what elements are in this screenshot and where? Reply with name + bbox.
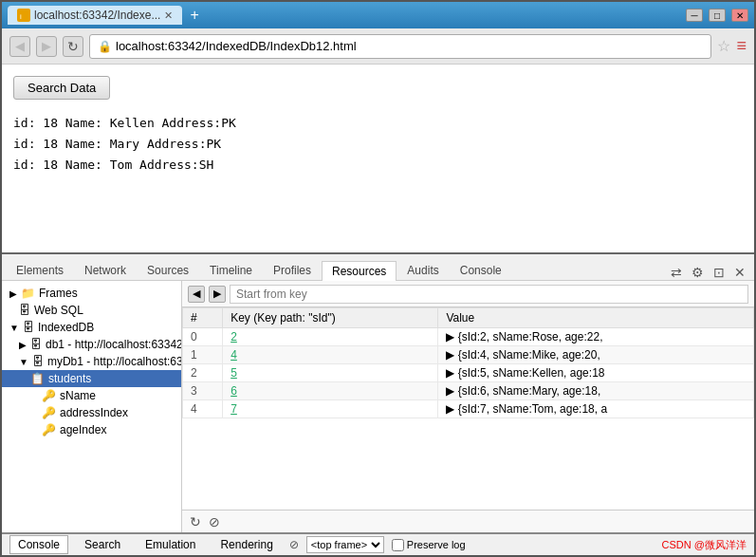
page-content: Search Data id: 18 Name: Kellen Address:… — [2, 65, 754, 532]
status-tab-console[interactable]: Console — [9, 535, 68, 554]
idb-refresh-btn[interactable]: ↻ — [190, 514, 201, 529]
cell-key[interactable]: 6 — [223, 382, 438, 400]
maximize-btn[interactable]: □ — [709, 9, 726, 22]
cell-num: 1 — [183, 346, 223, 364]
cell-value: ▶ {sId:5, sName:Kellen, age:18 — [438, 364, 754, 382]
undock-icon[interactable]: ⊡ — [710, 265, 728, 280]
devtools-body: ▶ 📁 Frames 🗄 Web SQL ▼ 🗄 IndexedDB — [2, 281, 754, 532]
cell-key[interactable]: 7 — [223, 400, 438, 418]
close-btn[interactable]: ✕ — [731, 9, 748, 22]
bookmark-btn[interactable]: ☆ — [717, 37, 730, 55]
output-line-1: id: 18 Name: Kellen Address:PK — [13, 113, 743, 134]
title-bar: i localhost:63342/Indexe... ✕ + ─ □ ✕ — [2, 2, 754, 28]
lock-icon: 🔒 — [98, 40, 112, 53]
back-btn[interactable]: ◀ — [9, 36, 30, 57]
devtools-panel: Elements Network Sources Timeline Profil… — [2, 252, 754, 532]
devtools-main-panel: ◀ ▶ # Key (Key path: "sId") Value — [182, 281, 754, 532]
devtools-tab-profiles[interactable]: Profiles — [263, 260, 322, 280]
indexeddb-icon: 🗄 — [23, 321, 34, 334]
frame-select[interactable]: <top frame> — [306, 536, 384, 553]
status-tab-emulation[interactable]: Emulation — [137, 535, 204, 554]
devtools-tab-elements[interactable]: Elements — [6, 260, 74, 280]
sidebar-item-students[interactable]: 📋 students — [2, 370, 181, 387]
sidebar-item-frames[interactable]: ▶ 📁 Frames — [2, 285, 181, 302]
url-bar[interactable]: 🔒 localhost:63342/IndexedDB/IndexDb12.ht… — [89, 34, 711, 59]
tab-favicon: i — [17, 9, 30, 22]
ageindex-label: ageIndex — [60, 423, 106, 436]
forward-btn[interactable]: ▶ — [36, 36, 57, 57]
sidebar-item-websql[interactable]: 🗄 Web SQL — [2, 302, 181, 319]
cell-key[interactable]: 4 — [223, 346, 438, 364]
search-data-button[interactable]: Search Data — [13, 76, 110, 100]
sname-icon: 🔑 — [42, 389, 56, 402]
start-from-input[interactable] — [230, 285, 748, 304]
filter-icon[interactable]: ⊘ — [289, 538, 299, 551]
tab-close-btn[interactable]: ✕ — [164, 9, 173, 22]
table-row: 4 7 ▶ {sId:7, sName:Tom, age:18, a — [183, 400, 754, 418]
close-devtools-icon[interactable]: ✕ — [731, 265, 748, 280]
preserve-log-checkbox[interactable] — [392, 539, 404, 551]
idb-bottom-toolbar: ↻ ⊘ — [182, 510, 754, 532]
sname-label: sName — [60, 389, 96, 402]
frames-arrow: ▶ — [9, 288, 17, 299]
devtools-tab-audits[interactable]: Audits — [396, 260, 449, 280]
status-bar: Console Search Emulation Rendering ⊘ <to… — [2, 532, 754, 555]
sidebar-item-db1[interactable]: ▶ 🗄 db1 - http://localhost:63342 — [2, 336, 181, 353]
output-area: id: 18 Name: Kellen Address:PK id: 18 Na… — [13, 113, 743, 176]
data-table: # Key (Key path: "sId") Value 0 2 ▶ {sId… — [182, 307, 754, 418]
col-header-key: Key (Key path: "sId") — [223, 308, 438, 328]
table-row: 3 6 ▶ {sId:6, sName:Mary, age:18, — [183, 382, 754, 400]
minimize-btn[interactable]: ─ — [686, 9, 703, 22]
addressindex-icon: 🔑 — [42, 406, 56, 419]
devtools-tab-console[interactable]: Console — [450, 260, 512, 280]
status-tab-search[interactable]: Search — [76, 535, 129, 554]
window-controls: ─ □ ✕ — [686, 9, 748, 22]
cell-value: ▶ {sId:4, sName:Mike, age:20, — [438, 346, 754, 364]
mydb1-icon: 🗄 — [32, 355, 44, 368]
devtools-tab-resources[interactable]: Resources — [322, 261, 396, 281]
tab-label: localhost:63342/Indexe... — [34, 9, 160, 22]
svg-text:i: i — [20, 12, 22, 20]
table-row: 0 2 ▶ {sId:2, sName:Rose, age:22, — [183, 328, 754, 346]
cell-num: 3 — [183, 382, 223, 400]
sidebar-item-mydb1[interactable]: ▼ 🗄 myDb1 - http://localhost:63... — [2, 353, 181, 370]
output-line-2: id: 18 Name: Mary Address:PK — [13, 134, 743, 155]
sidebar-item-sname[interactable]: 🔑 sName — [2, 387, 181, 404]
idb-prev-btn[interactable]: ◀ — [188, 286, 205, 303]
devtools-toolbar-icons: ⇄ ⚙ ⊡ ✕ — [668, 265, 754, 280]
new-tab-btn[interactable]: + — [190, 7, 198, 24]
cell-key[interactable]: 5 — [223, 364, 438, 382]
idb-next-btn[interactable]: ▶ — [209, 286, 226, 303]
frames-folder-icon: 📁 — [21, 287, 35, 300]
mydb1-arrow: ▼ — [19, 357, 28, 367]
browser-tab[interactable]: i localhost:63342/Indexe... ✕ — [8, 6, 182, 25]
dock-icon[interactable]: ⇄ — [668, 265, 685, 280]
indexeddb-arrow: ▼ — [9, 323, 19, 333]
sidebar-item-addressindex[interactable]: 🔑 addressIndex — [2, 404, 181, 421]
url-text: localhost:63342/IndexedDB/IndexDb12.html — [116, 39, 357, 53]
settings-icon[interactable]: ⚙ — [689, 265, 707, 280]
sidebar-item-ageindex[interactable]: 🔑 ageIndex — [2, 421, 181, 438]
idb-delete-btn[interactable]: ⊘ — [209, 514, 220, 529]
cell-value: ▶ {sId:6, sName:Mary, age:18, — [438, 382, 754, 400]
devtools-tab-timeline[interactable]: Timeline — [199, 260, 263, 280]
devtools-tab-network[interactable]: Network — [74, 260, 137, 280]
sidebar-item-indexeddb[interactable]: ▼ 🗄 IndexedDB — [2, 319, 181, 336]
cell-value: ▶ {sId:7, sName:Tom, age:18, a — [438, 400, 754, 418]
address-bar: ◀ ▶ ↻ 🔒 localhost:63342/IndexedDB/IndexD… — [2, 28, 754, 65]
ageindex-icon: 🔑 — [42, 423, 56, 436]
status-tab-rendering[interactable]: Rendering — [212, 535, 281, 554]
cell-key[interactable]: 2 — [223, 328, 438, 346]
table-row: 1 4 ▶ {sId:4, sName:Mike, age:20, — [183, 346, 754, 364]
watermark: CSDN @微风洋洋 — [662, 538, 747, 552]
reload-btn[interactable]: ↻ — [63, 36, 83, 57]
col-header-num: # — [183, 308, 223, 328]
menu-btn[interactable]: ≡ — [736, 36, 747, 56]
preserve-log-label: Preserve log — [392, 539, 466, 551]
devtools-tab-sources[interactable]: Sources — [137, 260, 199, 280]
devtools-sidebar: ▶ 📁 Frames 🗄 Web SQL ▼ 🗄 IndexedDB — [2, 281, 182, 532]
mydb1-label: myDb1 - http://localhost:63... — [47, 355, 182, 368]
preserve-log-text: Preserve log — [407, 539, 466, 550]
main-content: Search Data id: 18 Name: Kellen Address:… — [2, 65, 754, 252]
students-icon: 📋 — [30, 372, 45, 385]
